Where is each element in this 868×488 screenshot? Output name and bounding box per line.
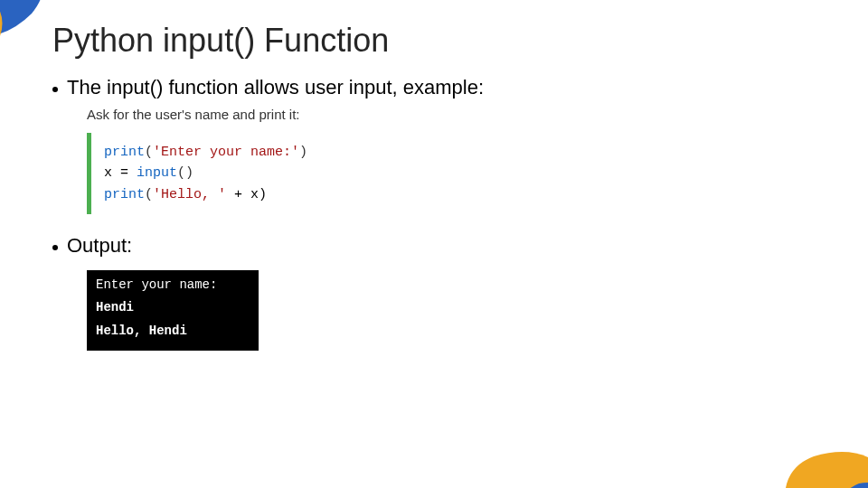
- slide-content: Python input() Function The input() func…: [52, 22, 832, 351]
- bullet-dot-icon: [52, 245, 58, 250]
- code-line-2: x = input(): [104, 163, 327, 183]
- terminal-line-1: Enter your name:: [96, 276, 250, 296]
- bullet-dot-icon: [52, 87, 58, 92]
- terminal-line-2: Hendi: [96, 298, 250, 318]
- decorative-corner-top: [0, 0, 54, 54]
- code-example: print('Enter your name:') x = input() pr…: [87, 133, 340, 214]
- decorative-corner-bottom: [760, 407, 868, 488]
- bullet-intro: The input() function allows user input, …: [52, 76, 832, 99]
- terminal-line-3: Hello, Hendi: [96, 322, 250, 342]
- bullet-output: Output:: [52, 234, 832, 258]
- code-line-3: print('Hello, ' + x): [104, 184, 327, 205]
- code-description: Ask for the user's name and print it:: [87, 107, 832, 122]
- terminal-output: Enter your name: Hendi Hello, Hendi: [87, 270, 259, 351]
- slide-title: Python input() Function: [52, 22, 832, 60]
- bullet-intro-text: The input() function allows user input, …: [67, 76, 484, 99]
- code-line-1: print('Enter your name:'): [104, 142, 327, 163]
- bullet-output-text: Output:: [67, 234, 132, 258]
